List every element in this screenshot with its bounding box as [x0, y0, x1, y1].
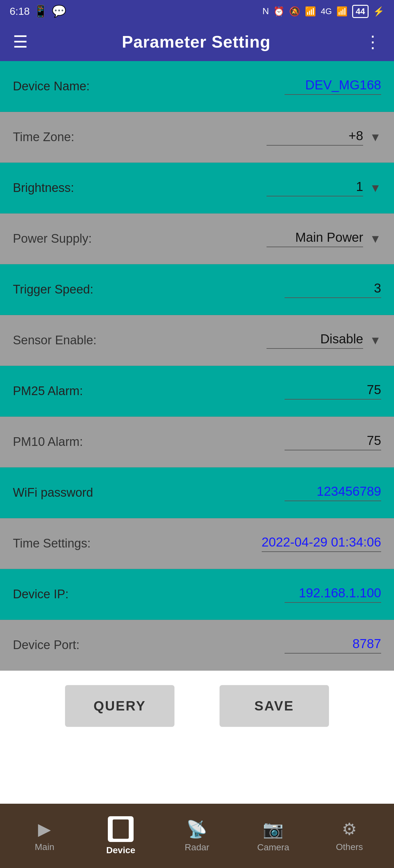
param-row-device-name: Device Name:DEV_MG168 [0, 61, 394, 112]
dropdown-arrow-power-supply[interactable]: ▼ [369, 232, 381, 246]
param-value-area-time-settings: 2022-04-29 01:34:06 [135, 535, 381, 552]
param-value-brightness: 1 [266, 179, 363, 196]
param-label-wifi-password: WiFi password [13, 486, 135, 500]
param-label-time-settings: Time Settings: [13, 536, 135, 550]
param-value-area-pm10-alarm: 75 [135, 433, 381, 451]
dropdown-arrow-brightness[interactable]: ▼ [369, 181, 381, 195]
signal-4g-icon: 4G [320, 6, 332, 17]
param-value-area-pm25-alarm: 75 [135, 382, 381, 400]
nav-label-others: Others [336, 842, 363, 852]
param-row-trigger-speed: Trigger Speed:3 [0, 264, 394, 315]
action-buttons-area: QUERY SAVE [0, 671, 394, 741]
status-time: 6:18 [10, 5, 30, 18]
param-row-device-port: Device Port:8787 [0, 620, 394, 671]
param-value-area-brightness: 1▼ [135, 179, 381, 196]
param-value-area-device-port: 8787 [135, 637, 381, 654]
app-icon-1: 📱 [33, 4, 48, 18]
nav-label-device: Device [106, 845, 135, 856]
param-row-sensor-enable: Sensor Enable:Disable▼ [0, 315, 394, 366]
param-row-wifi-password: WiFi password123456789 [0, 467, 394, 518]
nav-item-others[interactable]: ⚙Others [311, 819, 388, 852]
param-row-brightness: Brightness:1▼ [0, 163, 394, 214]
param-value-device-name[interactable]: DEV_MG168 [285, 78, 381, 95]
nfc-icon: N [262, 6, 269, 17]
param-value-time-zone: +8 [266, 129, 363, 146]
param-value-area-time-zone: +8▼ [135, 129, 381, 146]
param-row-power-supply: Power Supply:Main Power▼ [0, 214, 394, 264]
nav-item-device[interactable]: Device [83, 816, 159, 856]
nav-icon-radar: 📡 [187, 819, 207, 839]
params-container: Device Name:DEV_MG168Time Zone:+8▼Bright… [0, 61, 394, 671]
param-label-device-name: Device Name: [13, 80, 135, 93]
param-value-area-sensor-enable: Disable▼ [135, 332, 381, 349]
dropdown-arrow-time-zone[interactable]: ▼ [369, 130, 381, 144]
param-value-device-port[interactable]: 8787 [285, 637, 381, 654]
param-label-pm10-alarm: PM10 Alarm: [13, 435, 135, 449]
more-options-icon[interactable]: ⋮ [364, 32, 381, 52]
param-value-trigger-speed[interactable]: 3 [285, 281, 381, 298]
save-button[interactable]: SAVE [220, 685, 329, 727]
hamburger-menu-icon[interactable]: ☰ [13, 32, 28, 52]
dropdown-arrow-sensor-enable[interactable]: ▼ [369, 334, 381, 347]
page-title: Parameter Setting [122, 32, 271, 52]
status-bar: 6:18 📱 💬 N ⏰ 🔕 📶 4G 📶 44 ⚡ [0, 0, 394, 23]
param-row-time-settings: Time Settings:2022-04-29 01:34:06 [0, 518, 394, 569]
param-label-brightness: Brightness: [13, 181, 135, 195]
param-value-area-device-name: DEV_MG168 [135, 78, 381, 95]
param-value-sensor-enable: Disable [266, 332, 363, 349]
param-row-pm10-alarm: PM10 Alarm:75 [0, 416, 394, 467]
param-value-area-trigger-speed: 3 [135, 281, 381, 298]
param-row-device-ip: Device IP:192.168.1.100 [0, 569, 394, 620]
nav-label-main: Main [35, 842, 54, 852]
charging-icon: ⚡ [373, 6, 384, 17]
param-value-pm10-alarm[interactable]: 75 [285, 433, 381, 451]
query-button[interactable]: QUERY [65, 685, 174, 727]
param-label-device-ip: Device IP: [13, 587, 135, 601]
status-left: 6:18 📱 💬 [10, 4, 66, 18]
signal-bars-icon: 📶 [336, 6, 348, 17]
nav-icon-main: ▶ [38, 819, 51, 839]
status-right: N ⏰ 🔕 📶 4G 📶 44 ⚡ [262, 5, 384, 18]
app-bar: ☰ Parameter Setting ⋮ [0, 23, 394, 61]
param-value-wifi-password[interactable]: 123456789 [285, 484, 381, 501]
param-label-time-zone: Time Zone: [13, 130, 135, 144]
param-value-area-device-ip: 192.168.1.100 [135, 586, 381, 603]
param-label-power-supply: Power Supply: [13, 232, 135, 246]
nav-icon-camera: 📷 [263, 819, 284, 839]
param-row-time-zone: Time Zone:+8▼ [0, 112, 394, 163]
nav-item-camera[interactable]: 📷Camera [235, 819, 311, 852]
param-value-power-supply: Main Power [266, 230, 363, 247]
param-value-time-settings[interactable]: 2022-04-29 01:34:06 [262, 535, 381, 552]
bottom-nav: ▶MainDevice📡Radar📷Camera⚙Others [0, 804, 394, 868]
param-value-device-ip[interactable]: 192.168.1.100 [285, 586, 381, 603]
param-label-sensor-enable: Sensor Enable: [13, 333, 135, 347]
param-value-pm25-alarm[interactable]: 75 [285, 382, 381, 400]
nav-label-radar: Radar [185, 842, 209, 852]
param-label-trigger-speed: Trigger Speed: [13, 283, 135, 297]
nav-icon-device [108, 816, 134, 842]
param-value-area-wifi-password: 123456789 [135, 484, 381, 501]
nav-item-main[interactable]: ▶Main [6, 819, 83, 852]
nav-item-radar[interactable]: 📡Radar [159, 819, 235, 852]
alarm-icon: ⏰ [273, 6, 285, 17]
param-label-device-port: Device Port: [13, 638, 135, 652]
battery-level: 44 [352, 5, 369, 18]
param-row-pm25-alarm: PM25 Alarm:75 [0, 366, 394, 416]
wifi-icon: 📶 [305, 6, 316, 17]
nav-icon-others: ⚙ [342, 819, 357, 839]
silent-icon: 🔕 [289, 6, 300, 17]
param-value-area-power-supply: Main Power▼ [135, 230, 381, 247]
param-label-pm25-alarm: PM25 Alarm: [13, 384, 135, 398]
nav-label-camera: Camera [257, 842, 289, 852]
app-icon-2: 💬 [52, 4, 66, 18]
